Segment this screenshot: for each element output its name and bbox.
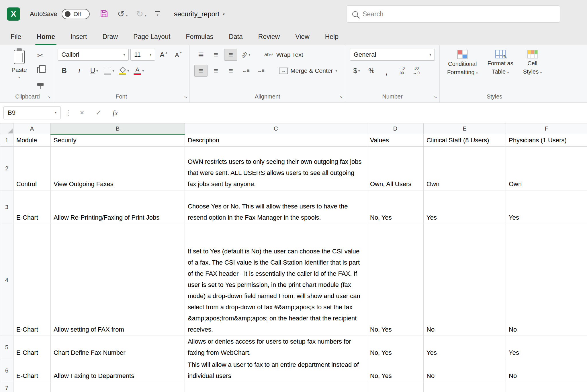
align-center-button[interactable]: ≡ — [209, 65, 222, 77]
cell-C4[interactable]: If set to Yes (default is No) the user c… — [185, 224, 367, 336]
column-header-C[interactable]: C — [185, 123, 367, 134]
accounting-format-button[interactable]: $ ▾ — [350, 65, 363, 77]
cell-A6[interactable]: E-Chart — [13, 359, 51, 382]
formula-input[interactable] — [126, 106, 584, 119]
enter-button[interactable]: ✓ — [92, 109, 105, 117]
select-all-corner[interactable] — [0, 123, 13, 134]
orientation-button[interactable]: ab ▾ — [239, 49, 252, 61]
font-color-button[interactable]: A ▾ — [132, 65, 145, 77]
format-painter-button[interactable] — [35, 78, 48, 91]
align-top-button[interactable]: ≣ — [194, 49, 208, 61]
percent-style-button[interactable]: % — [365, 65, 378, 77]
merge-center-button[interactable]: ↔ Merge & Center ▾ — [276, 65, 341, 77]
cell-F7[interactable] — [506, 382, 587, 392]
fill-color-button[interactable]: ▾ — [117, 65, 130, 77]
tab-review[interactable]: Review — [251, 28, 287, 45]
cell-D4[interactable]: No, Yes — [367, 224, 424, 336]
cell-A7[interactable] — [13, 382, 51, 392]
align-right-button[interactable]: ≡ — [224, 65, 237, 77]
autosave-toggle[interactable]: Off — [62, 9, 90, 19]
cell-F5[interactable]: Yes — [506, 336, 587, 359]
row-header-1[interactable]: 1 — [0, 134, 13, 147]
cell-C1[interactable]: Description — [185, 134, 367, 147]
cell-E7[interactable] — [424, 382, 506, 392]
wrap-text-button[interactable]: ab ↵ Wrap Text — [261, 49, 306, 61]
conditional-formatting-button[interactable]: Conditional Formatting ▾ — [444, 49, 481, 77]
cell-B6[interactable]: Allow Faxing to Departments — [51, 359, 185, 382]
cell-B5[interactable]: Chart Define Fax Number — [51, 336, 185, 359]
tab-file[interactable]: File — [3, 28, 29, 45]
format-as-table-button[interactable]: Format as Table ▾ — [485, 49, 516, 76]
cell-B1[interactable]: Security — [51, 134, 185, 147]
cell-D7[interactable] — [367, 382, 424, 392]
cell-F1[interactable]: Physicians (1 Users) — [506, 134, 587, 147]
tab-data[interactable]: Data — [221, 28, 251, 45]
cut-button[interactable]: ✂ — [35, 49, 48, 62]
cell-D6[interactable]: No, Yes — [367, 359, 424, 382]
row-header-3[interactable]: 3 — [0, 190, 13, 224]
cell-B4[interactable]: Allow setting of FAX from — [51, 224, 185, 336]
font-family-select[interactable]: Calibri ▾ — [58, 49, 129, 61]
row-header-5[interactable]: 5 — [0, 336, 13, 359]
cell-E5[interactable]: Yes — [424, 336, 506, 359]
font-dialog-launcher[interactable]: ↘ — [184, 94, 187, 99]
cell-A1[interactable]: Module — [13, 134, 51, 147]
cell-E3[interactable]: Yes — [424, 190, 506, 224]
insert-function-button[interactable]: fx — [109, 109, 122, 117]
cell-D3[interactable]: No, Yes — [367, 190, 424, 224]
increase-indent-button[interactable]: →≡ — [254, 65, 267, 77]
number-format-select[interactable]: General ▾ — [350, 49, 435, 61]
qat-customize-button[interactable]: ▾ — [155, 11, 160, 17]
decrease-font-size-button[interactable]: A ▾ — [172, 49, 185, 61]
search-box[interactable] — [346, 5, 560, 23]
decrease-decimal-button[interactable]: .00 →.0 — [410, 65, 423, 77]
bold-button[interactable]: B — [58, 65, 71, 77]
row-header-7[interactable]: 7 — [0, 382, 13, 392]
cell-E6[interactable]: No — [424, 359, 506, 382]
align-bottom-button[interactable]: ≡ — [224, 49, 237, 61]
tab-formulas[interactable]: Formulas — [178, 28, 221, 45]
cell-C7[interactable] — [185, 382, 367, 392]
tab-view[interactable]: View — [287, 28, 317, 45]
cell-C5[interactable]: Allows or denies access for users to set… — [185, 336, 367, 359]
italic-button[interactable]: I — [73, 65, 86, 77]
search-input[interactable] — [363, 10, 554, 18]
workbook-title[interactable]: security_report ▾ — [174, 10, 225, 18]
cell-C2[interactable]: OWN restricts users to only seeing their… — [185, 147, 367, 190]
cell-styles-button[interactable]: Cell Styles ▾ — [520, 49, 545, 76]
cell-B3[interactable]: Allow Re-Printing/Faxing of Print Jobs — [51, 190, 185, 224]
name-box[interactable]: B9 ▾ — [3, 106, 61, 119]
column-header-F[interactable]: F — [506, 123, 587, 134]
cell-B2[interactable]: View Outgoing Faxes — [51, 147, 185, 190]
row-header-6[interactable]: 6 — [0, 359, 13, 382]
tab-home[interactable]: Home — [29, 28, 63, 45]
font-size-select[interactable]: 11 ▾ — [130, 49, 155, 61]
row-header-4[interactable]: 4 — [0, 224, 13, 336]
cell-D1[interactable]: Values — [367, 134, 424, 147]
increase-decimal-button[interactable]: ←.0 .00 — [395, 65, 408, 77]
paste-button[interactable]: Paste ▾ — [7, 49, 32, 91]
cell-F2[interactable]: Own — [506, 147, 587, 190]
tab-page-layout[interactable]: Page Layout — [126, 28, 178, 45]
cell-E1[interactable]: Clinical Staff (8 Users) — [424, 134, 506, 147]
increase-font-size-button[interactable]: A ▴ — [157, 49, 170, 61]
cancel-button[interactable]: × — [76, 109, 88, 117]
column-header-D[interactable]: D — [367, 123, 424, 134]
decrease-indent-button[interactable]: ←≡ — [239, 65, 252, 77]
cell-F6[interactable]: No — [506, 359, 587, 382]
cell-E2[interactable]: Own — [424, 147, 506, 190]
copy-button[interactable]: ▾ — [35, 64, 48, 76]
alignment-dialog-launcher[interactable]: ↘ — [339, 94, 343, 99]
borders-button[interactable]: ▾ — [102, 65, 116, 77]
cell-A2[interactable]: Control — [13, 147, 51, 190]
cell-A3[interactable]: E-Chart — [13, 190, 51, 224]
tab-help[interactable]: Help — [317, 28, 346, 45]
cell-D2[interactable]: Own, All Users — [367, 147, 424, 190]
undo-button[interactable]: ↺ ▾ — [117, 10, 128, 18]
align-middle-button[interactable]: ≡ — [209, 49, 222, 61]
clipboard-dialog-launcher[interactable]: ↘ — [47, 94, 51, 99]
number-dialog-launcher[interactable]: ↘ — [433, 94, 437, 99]
column-header-B[interactable]: B — [51, 123, 185, 134]
tab-insert[interactable]: Insert — [63, 28, 95, 45]
cell-C6[interactable]: This will allow a user to fax to an enti… — [185, 359, 367, 382]
